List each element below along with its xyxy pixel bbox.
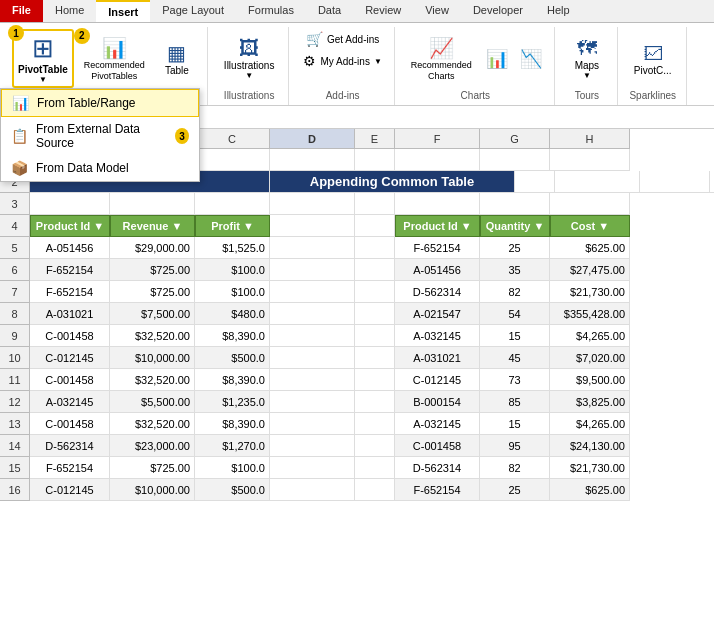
cell-h12[interactable]: $3,825.00 <box>550 391 630 413</box>
maps-button[interactable]: 🗺 Maps ▼ <box>565 33 609 84</box>
cell-b13[interactable]: $32,520.00 <box>110 413 195 435</box>
cell-b10[interactable]: $10,000.00 <box>110 347 195 369</box>
cell-h10[interactable]: $7,020.00 <box>550 347 630 369</box>
recommended-charts-button[interactable]: 📈 RecommendedCharts <box>405 32 478 86</box>
cell-g6[interactable]: 35 <box>480 259 550 281</box>
cell-a10[interactable]: C-012145 <box>30 347 110 369</box>
cell-g15[interactable]: 82 <box>480 457 550 479</box>
cell-d5[interactable] <box>270 237 355 259</box>
cell-b16[interactable]: $10,000.00 <box>110 479 195 501</box>
cell-f15[interactable]: D-562314 <box>395 457 480 479</box>
tab-data[interactable]: Data <box>306 0 353 22</box>
cell-c11[interactable]: $8,390.0 <box>195 369 270 391</box>
cell-e9[interactable] <box>355 325 395 347</box>
cell-d12[interactable] <box>270 391 355 413</box>
cell-e4[interactable] <box>355 215 395 237</box>
cell-g2[interactable] <box>640 171 710 193</box>
cell-f1[interactable] <box>395 149 480 171</box>
dropdown-from-model[interactable]: 📦 From Data Model <box>1 155 199 181</box>
cell-a5[interactable]: A-051456 <box>30 237 110 259</box>
cell-h8[interactable]: $355,428.00 <box>550 303 630 325</box>
cell-f12[interactable]: B-000154 <box>395 391 480 413</box>
cell-h15[interactable]: $21,730.00 <box>550 457 630 479</box>
cell-b14[interactable]: $23,000.00 <box>110 435 195 457</box>
cell-h9[interactable]: $4,265.00 <box>550 325 630 347</box>
cell-title[interactable]: Appending Common Table <box>270 171 515 193</box>
cell-b7[interactable]: $725.00 <box>110 281 195 303</box>
cell-c12[interactable]: $1,235.0 <box>195 391 270 413</box>
cell-e3[interactable] <box>355 193 395 215</box>
col-header-f[interactable]: F <box>395 129 480 149</box>
header-revenue[interactable]: Revenue ▼ <box>110 215 195 237</box>
cell-d10[interactable] <box>270 347 355 369</box>
cell-h7[interactable]: $21,730.00 <box>550 281 630 303</box>
tab-pagelayout[interactable]: Page Layout <box>150 0 236 22</box>
tab-help[interactable]: Help <box>535 0 582 22</box>
cell-f8[interactable]: A-021547 <box>395 303 480 325</box>
col-header-h[interactable]: H <box>550 129 630 149</box>
cell-g8[interactable]: 54 <box>480 303 550 325</box>
cell-f11[interactable]: C-012145 <box>395 369 480 391</box>
col-header-d[interactable]: D <box>270 129 355 149</box>
bar-chart-button[interactable]: 📊 <box>482 46 512 72</box>
cell-e7[interactable] <box>355 281 395 303</box>
col-header-e[interactable]: E <box>355 129 395 149</box>
cell-f2[interactable] <box>555 171 640 193</box>
cell-g1[interactable] <box>480 149 550 171</box>
illustrations-button[interactable]: 🖼 Illustrations ▼ <box>218 33 281 84</box>
cell-g12[interactable]: 85 <box>480 391 550 413</box>
cell-a13[interactable]: C-001458 <box>30 413 110 435</box>
header-quantity[interactable]: Quantity ▼ <box>480 215 550 237</box>
cell-h13[interactable]: $4,265.00 <box>550 413 630 435</box>
header-product-id[interactable]: Product Id ▼ <box>30 215 110 237</box>
cell-e11[interactable] <box>355 369 395 391</box>
cell-a14[interactable]: D-562314 <box>30 435 110 457</box>
cell-d15[interactable] <box>270 457 355 479</box>
cell-d13[interactable] <box>270 413 355 435</box>
header-cost[interactable]: Cost ▼ <box>550 215 630 237</box>
cell-c7[interactable]: $100.0 <box>195 281 270 303</box>
cell-c10[interactable]: $500.0 <box>195 347 270 369</box>
cell-e2[interactable] <box>515 171 555 193</box>
line-chart-button[interactable]: 📉 <box>516 46 546 72</box>
cell-g3[interactable] <box>480 193 550 215</box>
cell-d4[interactable] <box>270 215 355 237</box>
cell-e13[interactable] <box>355 413 395 435</box>
cell-f16[interactable]: F-652154 <box>395 479 480 501</box>
cell-b3[interactable] <box>110 193 195 215</box>
cell-a16[interactable]: C-012145 <box>30 479 110 501</box>
cell-d14[interactable] <box>270 435 355 457</box>
col-header-g[interactable]: G <box>480 129 550 149</box>
my-addins-button[interactable]: ⚙ My Add-ins ▼ <box>299 51 385 71</box>
cell-e6[interactable] <box>355 259 395 281</box>
cell-h3[interactable] <box>550 193 630 215</box>
cell-f3[interactable] <box>395 193 480 215</box>
cell-b11[interactable]: $32,520.00 <box>110 369 195 391</box>
cell-a12[interactable]: A-032145 <box>30 391 110 413</box>
cell-d3[interactable] <box>270 193 355 215</box>
cell-e16[interactable] <box>355 479 395 501</box>
cell-c13[interactable]: $8,390.0 <box>195 413 270 435</box>
formula-input[interactable] <box>125 108 710 126</box>
cell-a11[interactable]: C-001458 <box>30 369 110 391</box>
tab-file[interactable]: File <box>0 0 43 22</box>
cell-g13[interactable]: 15 <box>480 413 550 435</box>
header-product-id2[interactable]: Product Id ▼ <box>395 215 480 237</box>
tab-formulas[interactable]: Formulas <box>236 0 306 22</box>
cell-c6[interactable]: $100.0 <box>195 259 270 281</box>
cell-h6[interactable]: $27,475.00 <box>550 259 630 281</box>
cell-g10[interactable]: 45 <box>480 347 550 369</box>
pivot-chart-button[interactable]: 🗠 PivotC... <box>628 38 678 80</box>
cell-e10[interactable] <box>355 347 395 369</box>
cell-h2[interactable] <box>710 171 714 193</box>
cell-d16[interactable] <box>270 479 355 501</box>
cell-g9[interactable]: 15 <box>480 325 550 347</box>
cell-h1[interactable] <box>550 149 630 171</box>
dropdown-from-external[interactable]: 📋 From External Data Source 3 <box>1 117 199 155</box>
cell-d7[interactable] <box>270 281 355 303</box>
cell-g16[interactable]: 25 <box>480 479 550 501</box>
cell-a15[interactable]: F-652154 <box>30 457 110 479</box>
cell-e14[interactable] <box>355 435 395 457</box>
dropdown-from-table[interactable]: 📊 From Table/Range <box>1 89 199 117</box>
cell-a6[interactable]: F-652154 <box>30 259 110 281</box>
